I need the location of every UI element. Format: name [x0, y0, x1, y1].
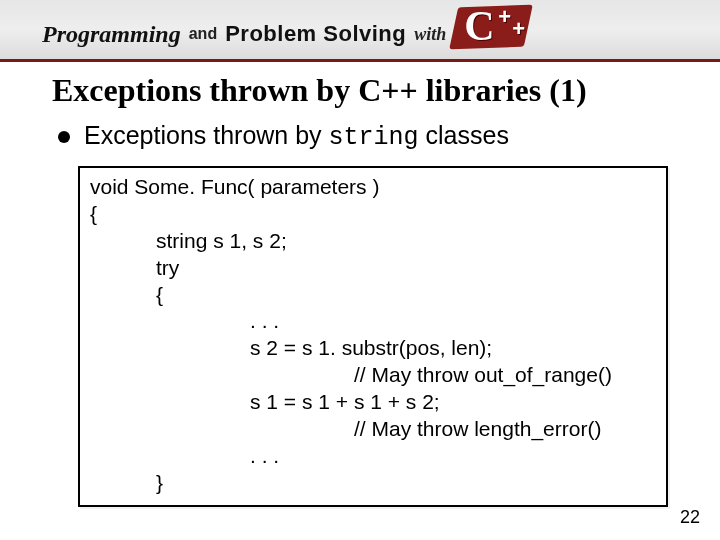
code-line: }	[90, 470, 656, 497]
banner-word-with: with	[414, 24, 446, 45]
code-line: try	[90, 255, 656, 282]
cpp-plus-icon: +	[498, 4, 511, 30]
bullet-row: Exceptions thrown by string classes	[0, 115, 720, 162]
header-banner: Programming and Problem Solving with C +…	[0, 0, 720, 62]
banner-word-problem-solving: Problem Solving	[225, 21, 406, 47]
banner-word-programming: Programming	[42, 21, 181, 48]
code-box: void Some. Func( parameters ) { string s…	[78, 166, 668, 507]
bullet-text-pre: Exceptions thrown by	[84, 121, 329, 149]
slide-title: Exceptions thrown by C++ libraries (1)	[0, 62, 720, 115]
bullet-dot-icon	[58, 131, 70, 143]
cpp-logo: C + +	[454, 4, 550, 52]
banner-word-and: and	[189, 25, 217, 43]
code-line: . . .	[90, 443, 656, 470]
bullet-text-post: classes	[419, 121, 509, 149]
code-line: // May throw out_of_range()	[90, 362, 656, 389]
bullet-text: Exceptions thrown by string classes	[84, 121, 509, 152]
cpp-plus-icon: +	[512, 16, 525, 42]
bullet-text-mono: string	[329, 123, 419, 152]
code-line: s 1 = s 1 + s 1 + s 2;	[90, 389, 656, 416]
code-line: void Some. Func( parameters )	[90, 174, 656, 201]
code-line: // May throw length_error()	[90, 416, 656, 443]
code-line: . . .	[90, 308, 656, 335]
cpp-letter-c: C	[464, 2, 494, 50]
banner-title-group: Programming and Problem Solving with C +…	[0, 0, 720, 58]
code-line: s 2 = s 1. substr(pos, len);	[90, 335, 656, 362]
code-line: {	[90, 282, 656, 309]
code-line: string s 1, s 2;	[90, 228, 656, 255]
code-line: {	[90, 201, 656, 228]
slide: Programming and Problem Solving with C +…	[0, 0, 720, 540]
page-number: 22	[680, 507, 700, 528]
